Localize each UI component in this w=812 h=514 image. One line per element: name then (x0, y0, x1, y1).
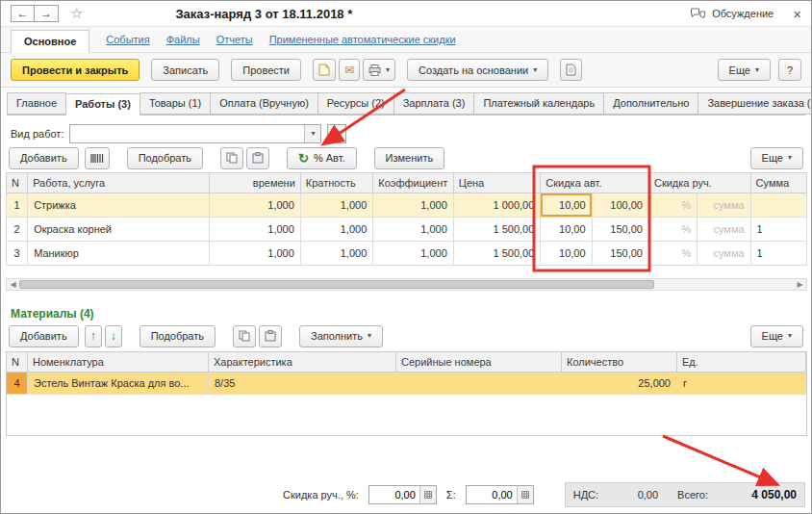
col-sum[interactable]: Сумма (750, 173, 806, 193)
cell-n[interactable]: 4 (7, 373, 28, 395)
nav-item-main[interactable]: Основное (11, 30, 89, 53)
cell-unit[interactable]: г (677, 373, 806, 395)
col-n[interactable]: N (7, 352, 28, 373)
works-row-2[interactable]: 2 Окраска корней 1,000 1,000 1,000 1 500… (7, 218, 807, 242)
materials-more-button[interactable]: Еще ▾ (750, 325, 803, 347)
scrollbar-thumb[interactable] (19, 280, 654, 289)
materials-pick-button[interactable]: Подобрать (140, 325, 216, 347)
col-auto-discount[interactable]: Скидка авт. (541, 173, 649, 193)
open-report-button[interactable] (560, 59, 582, 81)
col-work-service[interactable]: Работа, услуга (28, 173, 210, 193)
post-and-close-button[interactable]: Провести и закрыть (11, 59, 140, 81)
cell-price[interactable]: 1 000,00 (453, 193, 541, 218)
materials-row-4[interactable]: 4 Эстель Винтаж Краска для во... 8/35 25… (7, 373, 806, 395)
auto-discount-button[interactable]: ↻ % Авт. (287, 147, 357, 169)
cell-characteristic[interactable]: 8/35 (209, 373, 396, 395)
tab-order-completion[interactable]: Завершение заказа (Успешно) (698, 92, 812, 115)
tab-goods[interactable]: Товары (1) (140, 92, 211, 115)
close-icon[interactable]: × (793, 7, 801, 21)
cell-manual-discount-pct[interactable]: % (648, 193, 697, 218)
cell-time[interactable]: 1,000 (210, 218, 301, 242)
attachment-button[interactable] (313, 59, 336, 81)
col-n[interactable]: N (7, 173, 28, 193)
cell-time[interactable]: 1,000 (210, 242, 301, 266)
cell-work-name[interactable]: Окраска корней (28, 218, 210, 242)
cell-auto-discount-sum[interactable]: 150,00 (592, 242, 648, 266)
col-serial-numbers[interactable]: Серийные номера (396, 352, 562, 373)
tab-payment-calendar[interactable]: Платежный календарь (473, 92, 604, 115)
tab-main[interactable]: Главное (7, 92, 66, 115)
works-row-3[interactable]: 3 Маникюр 1,000 1,000 1,000 1 500,00 10,… (7, 242, 807, 266)
col-coefficient[interactable]: Коэффициент (373, 173, 454, 193)
paste-rows-button[interactable] (259, 325, 282, 347)
work-type-dropdown-button[interactable]: ▾ (304, 125, 320, 142)
favorite-star-icon[interactable]: ☆ (70, 5, 83, 22)
write-button[interactable]: Записать (151, 59, 219, 81)
col-characteristic[interactable]: Характеристика (209, 352, 396, 373)
cell-nomenclature[interactable]: Эстель Винтаж Краска для во... (28, 373, 209, 395)
nav-item-files[interactable]: Файлы (166, 34, 200, 52)
works-horizontal-scrollbar[interactable]: ◀ ▶ (6, 278, 807, 291)
cell-auto-discount-pct[interactable]: 10,00 (541, 218, 592, 242)
cell-price[interactable]: 1 500,00 (453, 242, 541, 266)
cell-manual-discount-pct[interactable]: % (648, 218, 697, 242)
post-button[interactable]: Провести (231, 59, 301, 81)
nav-item-events[interactable]: События (106, 34, 149, 52)
cell-work-name[interactable]: Стрижка (28, 193, 210, 218)
nav-item-reports[interactable]: Отчеты (216, 34, 253, 52)
cell-manual-discount-sum[interactable]: сумма (698, 242, 750, 266)
sigma-calc-button[interactable] (517, 486, 533, 503)
tab-additional[interactable]: Дополнительно (603, 92, 698, 115)
cell-work-name[interactable]: Маникюр (28, 242, 210, 266)
create-based-on-button[interactable]: Создать на основании ▾ (407, 59, 548, 81)
cell-mult[interactable]: 1,000 (300, 193, 372, 218)
tab-works[interactable]: Работы (3) (65, 93, 140, 116)
col-time[interactable]: времени (210, 173, 301, 193)
cell-n[interactable]: 2 (7, 218, 28, 242)
col-price[interactable]: Цена (453, 173, 541, 193)
cell-sum[interactable]: 1 (750, 218, 806, 242)
tab-payment[interactable]: Оплата (Вручную) (210, 92, 318, 115)
cell-manual-discount-sum[interactable]: сумма (698, 193, 750, 218)
cell-coef[interactable]: 1,000 (373, 218, 454, 242)
sigma-input[interactable] (467, 486, 517, 503)
work-type-input[interactable] (70, 125, 304, 142)
cell-coef[interactable]: 1,000 (373, 193, 454, 218)
col-manual-discount[interactable]: Скидка руч. (648, 173, 750, 193)
tab-resources[interactable]: Ресурсы (2) (317, 92, 394, 115)
scroll-right-icon[interactable]: ▶ (794, 279, 806, 290)
tab-salary[interactable]: Зарплата (3) (393, 92, 475, 115)
materials-add-button[interactable]: Добавить (9, 325, 79, 347)
cell-sum[interactable]: 1 (750, 242, 806, 266)
manual-discount-calc-button[interactable] (419, 486, 436, 503)
nav-item-auto-discounts[interactable]: Примененные автоматические скидки (269, 34, 456, 52)
cell-quantity[interactable]: 25,000 (562, 373, 677, 395)
col-quantity[interactable]: Количество (562, 352, 677, 373)
cell-manual-discount-sum[interactable]: сумма (698, 218, 750, 242)
copy-rows-button[interactable] (233, 325, 256, 347)
email-button[interactable]: ✉ (339, 59, 360, 81)
work-type-open-button[interactable] (327, 124, 346, 143)
works-more-button[interactable]: Еще ▾ (750, 147, 803, 169)
cell-mult[interactable]: 1,000 (300, 218, 372, 242)
cell-auto-discount-pct[interactable]: 10,00 (541, 242, 592, 266)
cell-price[interactable]: 1 500,00 (453, 218, 541, 242)
col-unit[interactable]: Ед. (677, 352, 806, 373)
works-row-1[interactable]: 1 Стрижка 1,000 1,000 1,000 1 000,00 10,… (7, 193, 807, 218)
copy-rows-button[interactable] (220, 147, 243, 169)
discussion-button[interactable]: Обсуждение (690, 8, 774, 20)
cell-auto-discount-pct[interactable]: 10,00 (541, 193, 592, 218)
works-add-button[interactable]: Добавить (9, 147, 79, 169)
paste-rows-button[interactable] (246, 147, 269, 169)
back-button[interactable]: ← (11, 5, 35, 22)
forward-button[interactable]: → (35, 5, 59, 22)
works-pick-button[interactable]: Подобрать (127, 147, 203, 169)
cell-manual-discount-pct[interactable]: % (648, 242, 697, 266)
cell-serial[interactable] (396, 373, 562, 395)
help-button[interactable]: ? (778, 59, 801, 81)
materials-fill-button[interactable]: Заполнить ▾ (299, 325, 383, 347)
more-button[interactable]: Еще ▾ (718, 59, 771, 81)
scroll-left-icon[interactable]: ◀ (7, 279, 19, 290)
cell-n[interactable]: 3 (7, 242, 28, 266)
col-nomenclature[interactable]: Номенклатура (28, 352, 209, 373)
